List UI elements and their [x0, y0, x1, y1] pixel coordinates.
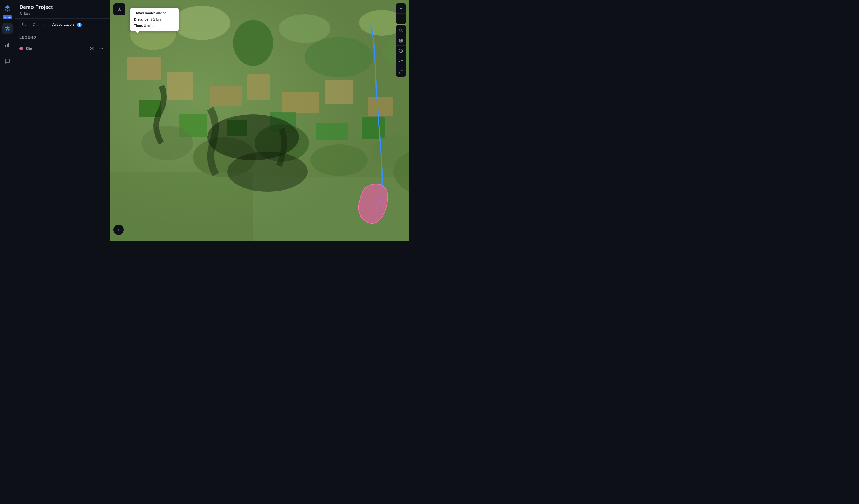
sidebar-item-comments[interactable]	[2, 56, 13, 66]
ruler-icon	[398, 69, 403, 74]
beta-badge: BETA	[3, 15, 12, 19]
globe-button[interactable]	[396, 35, 406, 46]
chevron-left-icon	[117, 228, 121, 232]
history-icon	[398, 49, 403, 53]
svg-point-6	[100, 48, 101, 49]
tooltip-time-value: 8 mins	[144, 24, 154, 28]
svg-point-8	[102, 48, 103, 49]
icon-bar: BETA	[0, 0, 15, 240]
tooltip-time: Time: 8 mins	[134, 23, 175, 28]
location-icon	[19, 12, 23, 15]
svg-rect-24	[368, 97, 393, 116]
map-search-button[interactable]	[396, 25, 406, 35]
svg-rect-29	[316, 123, 348, 140]
route-tooltip: Travel mode: driving Distance: 9.2 km Ti…	[130, 8, 179, 31]
svg-rect-21	[247, 74, 270, 100]
divider-2	[3, 53, 12, 53]
legend-dot-site	[19, 47, 23, 50]
svg-rect-30	[362, 117, 385, 139]
ruler-button[interactable]	[396, 66, 406, 77]
search-tab-icon[interactable]	[19, 19, 29, 31]
legend-label-site: Site	[26, 47, 85, 51]
zoom-in-button[interactable]: +	[396, 3, 406, 14]
map-background	[110, 0, 409, 240]
zoom-out-button[interactable]: −	[396, 14, 406, 24]
chart-button[interactable]	[396, 56, 406, 66]
sidebar-item-analytics[interactable]	[2, 40, 13, 50]
terrain-svg	[110, 0, 409, 240]
svg-point-34	[311, 144, 368, 176]
tabs-bar: Catalog Active Layers 1	[15, 19, 110, 31]
map-tools-group	[396, 25, 406, 77]
tab-active-layers[interactable]: Active Layers 1	[49, 19, 85, 31]
project-title: Demo Project	[19, 4, 105, 11]
svg-point-12	[173, 6, 230, 40]
side-panel: Demo Project Italy Catalog Active Layers…	[15, 0, 110, 240]
svg-rect-1	[7, 44, 8, 47]
tooltip-distance: Distance: 9.2 km	[134, 17, 175, 22]
svg-rect-2	[8, 43, 9, 47]
svg-point-49	[402, 70, 403, 70]
tooltip-travel-mode: Travel mode: driving	[134, 11, 175, 16]
legend-section: Legend Site	[15, 31, 110, 57]
svg-point-14	[279, 14, 330, 43]
search-icon	[398, 28, 403, 33]
map-area: Travel mode: driving Distance: 9.2 km Ti…	[110, 0, 409, 240]
svg-point-3	[21, 13, 21, 13]
zoom-control-group: + −	[396, 3, 406, 24]
svg-point-13	[233, 20, 273, 66]
svg-rect-20	[210, 86, 242, 106]
legend-item-site: Site	[19, 43, 105, 54]
svg-rect-23	[325, 80, 353, 105]
svg-rect-19	[167, 72, 193, 100]
history-button[interactable]	[396, 46, 406, 56]
svg-point-7	[101, 48, 102, 49]
back-button[interactable]	[114, 224, 124, 235]
legend-more-button[interactable]	[97, 45, 105, 53]
legend-actions	[88, 45, 105, 53]
svg-point-48	[399, 73, 400, 74]
svg-point-15	[305, 37, 373, 77]
svg-rect-0	[5, 45, 6, 47]
project-subtitle: Italy	[19, 12, 105, 15]
svg-rect-36	[110, 172, 253, 240]
logo-button[interactable]	[2, 3, 13, 14]
project-header: Demo Project Italy	[15, 0, 110, 19]
navigation-button[interactable]	[114, 3, 125, 15]
legend-visibility-button[interactable]	[88, 45, 96, 53]
svg-point-39	[227, 152, 307, 192]
tooltip-travel-mode-value: driving	[156, 11, 166, 15]
sidebar-item-layers[interactable]	[2, 23, 13, 34]
globe-icon	[398, 38, 403, 43]
tab-catalog[interactable]: Catalog	[30, 19, 48, 31]
active-layers-badge: 1	[77, 22, 81, 27]
svg-point-5	[91, 48, 92, 49]
legend-title: Legend	[19, 35, 105, 40]
svg-rect-22	[282, 92, 319, 113]
svg-rect-18	[127, 57, 162, 80]
map-right-controls: + −	[396, 3, 406, 77]
chart-icon	[398, 59, 403, 63]
tooltip-distance-value: 9.2 km	[150, 17, 161, 21]
svg-point-31	[141, 126, 193, 160]
